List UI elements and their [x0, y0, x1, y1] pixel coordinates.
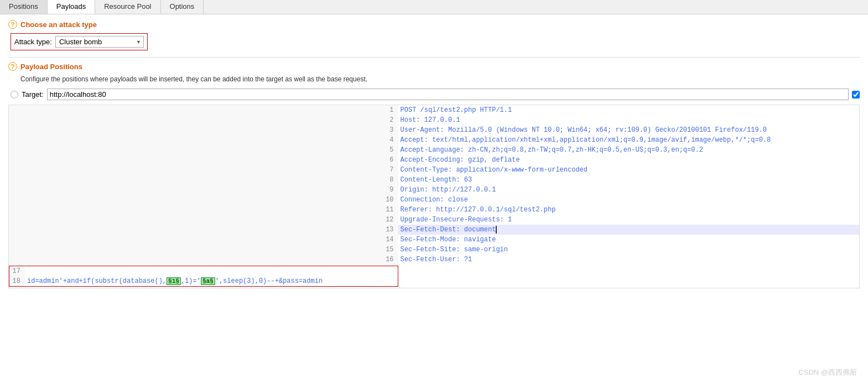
attack-type-select-wrap[interactable]: Cluster bomb Sniper Battering ram Pitchf… — [55, 36, 144, 48]
attack-type-row: Attack type: Cluster bomb Sniper Batteri… — [11, 33, 860, 50]
target-row: Target: — [11, 89, 860, 100]
request-line-2: 2Host: 127.0.0.1 — [9, 115, 859, 125]
tab-options[interactable]: Options — [161, 0, 204, 14]
line-number-17: 17 — [9, 266, 25, 276]
line-number-5: 5 — [9, 145, 398, 155]
line-content-9: Origin: http://127.0.0.1 — [398, 185, 859, 195]
payload-marker: §1§ — [167, 277, 181, 285]
line-content-11: Referer: http://127.0.0.1/sql/test2.php — [398, 205, 859, 215]
request-line-8: 8Content-Length: 63 — [9, 175, 859, 185]
request-line-13: 13Sec-Fetch-Dest: document — [9, 225, 859, 235]
attack-type-section-header: ? Choose an attack type — [8, 20, 860, 29]
attack-type-select[interactable]: Cluster bomb Sniper Battering ram Pitchf… — [55, 36, 144, 48]
request-line-18: 18id=admin'+and+if(substr(database(),§1§… — [9, 276, 325, 286]
target-checkbox[interactable] — [852, 91, 860, 99]
line-content-14: Sec-Fetch-Mode: navigate — [398, 235, 859, 245]
line-content-6: Accept-Encoding: gzip, deflate — [398, 155, 859, 165]
line-content-12: Upgrade-Insecure-Requests: 1 — [398, 215, 859, 225]
tab-bar: Positions Payloads Resource Pool Options — [0, 0, 868, 14]
line-number-8: 8 — [9, 175, 398, 185]
request-line-11: 11Referer: http://127.0.0.1/sql/test2.ph… — [9, 205, 859, 215]
line-content-4: Accept: text/html,application/xhtml+xml,… — [398, 135, 859, 145]
line-number-16: 16 — [9, 255, 398, 265]
line-content-17 — [25, 266, 325, 276]
line-number-15: 15 — [9, 245, 398, 255]
request-line-7: 7Content-Type: application/x-www-form-ur… — [9, 165, 859, 175]
request-line-9: 9Origin: http://127.0.0.1 — [9, 185, 859, 195]
line-content-7: Content-Type: application/x-www-form-url… — [398, 165, 859, 175]
request-editor[interactable]: 1POST /sql/test2.php HTTP/1.12Host: 127.… — [8, 105, 860, 288]
help-icon-payload[interactable]: ? — [8, 62, 17, 71]
cursor — [496, 226, 497, 234]
line-content-13: Sec-Fetch-Dest: document — [398, 225, 859, 235]
divider-1 — [8, 57, 860, 58]
attack-type-title: Choose an attack type — [20, 20, 97, 29]
line-content-5: Accept-Language: zh-CN,zh;q=0.8,zh-TW;q=… — [398, 145, 859, 155]
line-content-8: Content-Length: 63 — [398, 175, 859, 185]
target-input[interactable] — [47, 89, 849, 100]
payload-lines-box: 1718id=admin'+and+if(substr(database(),§… — [9, 266, 398, 287]
line-number-9: 9 — [9, 185, 398, 195]
line-number-12: 12 — [9, 215, 398, 225]
line-number-18: 18 — [9, 276, 25, 286]
line-number-6: 6 — [9, 155, 398, 165]
line-number-14: 14 — [9, 235, 398, 245]
payload-positions-title: Payload Positions — [20, 63, 82, 71]
line-content-10: Connection: close — [398, 195, 859, 205]
main-content: ? Choose an attack type Attack type: Clu… — [0, 14, 868, 294]
line-content-18: id=admin'+and+if(substr(database(),§1§,1… — [25, 276, 325, 286]
line-content-16: Sec-Fetch-User: ?1 — [398, 255, 859, 265]
request-line-5: 5Accept-Language: zh-CN,zh;q=0.8,zh-TW;q… — [9, 145, 859, 155]
request-line-12: 12Upgrade-Insecure-Requests: 1 — [9, 215, 859, 225]
request-lines: 1POST /sql/test2.php HTTP/1.12Host: 127.… — [9, 105, 859, 288]
request-line-3: 3User-Agent: Mozilla/5.0 (Windows NT 10.… — [9, 125, 859, 135]
request-line-10: 10Connection: close — [9, 195, 859, 205]
request-line-16: 16Sec-Fetch-User: ?1 — [9, 255, 859, 265]
target-label: Target: — [22, 90, 44, 99]
tab-payloads[interactable]: Payloads — [48, 0, 95, 14]
help-icon-attack[interactable]: ? — [8, 20, 17, 29]
line-number-7: 7 — [9, 165, 398, 175]
attack-type-label: Attack type: — [14, 38, 52, 46]
line-number-1: 1 — [9, 105, 398, 115]
line-number-10: 10 — [9, 195, 398, 205]
line-content-1: POST /sql/test2.php HTTP/1.1 — [398, 105, 859, 115]
line-content-15: Sec-Fetch-Site: same-origin — [398, 245, 859, 255]
request-line-1: 1POST /sql/test2.php HTTP/1.1 — [9, 105, 859, 115]
target-icon — [11, 91, 18, 99]
request-line-6: 6Accept-Encoding: gzip, deflate — [9, 155, 859, 165]
line-number-3: 3 — [9, 125, 398, 135]
request-line-4: 4Accept: text/html,application/xhtml+xml… — [9, 135, 859, 145]
payload-marker: §a§ — [201, 277, 215, 285]
line-number-4: 4 — [9, 135, 398, 145]
request-line-15: 15Sec-Fetch-Site: same-origin — [9, 245, 859, 255]
tab-positions[interactable]: Positions — [0, 0, 48, 14]
attack-type-box: Attack type: Cluster bomb Sniper Batteri… — [11, 33, 148, 50]
line-content-2: Host: 127.0.0.1 — [398, 115, 859, 125]
line-number-11: 11 — [9, 205, 398, 215]
line-content-3: User-Agent: Mozilla/5.0 (Windows NT 10.0… — [398, 125, 859, 135]
payload-positions-desc: Configure the positions where payloads w… — [20, 75, 860, 83]
line-number-2: 2 — [9, 115, 398, 125]
tab-resource-pool[interactable]: Resource Pool — [95, 0, 160, 14]
payload-positions-header: ? Payload Positions — [8, 62, 860, 71]
request-line-14: 14Sec-Fetch-Mode: navigate — [9, 235, 859, 245]
line-number-13: 13 — [9, 225, 398, 235]
request-line-17: 17 — [9, 266, 325, 276]
